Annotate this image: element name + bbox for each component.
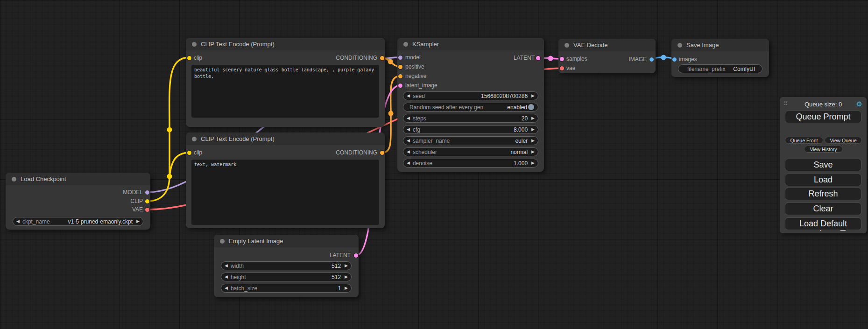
widget-label: seed (413, 93, 425, 99)
increment-arrow-icon[interactable]: ▶ (531, 159, 535, 167)
reroute-dot[interactable] (661, 55, 666, 60)
clip-input-dot[interactable] (187, 56, 191, 60)
image-output-dot[interactable] (649, 57, 654, 62)
load-default-button[interactable]: Load Default (785, 217, 861, 230)
toggle-enabled-icon[interactable] (528, 104, 534, 110)
increment-arrow-icon[interactable]: ▶ (136, 217, 140, 225)
collapse-dot-icon[interactable] (12, 177, 16, 182)
clip-input-dot[interactable] (187, 151, 191, 155)
collapse-dot-icon[interactable] (192, 137, 197, 141)
latent-output-dot[interactable] (354, 253, 358, 258)
latent-image-input-dot[interactable] (398, 84, 402, 88)
decrement-arrow-icon[interactable]: ◀ (225, 273, 228, 281)
increment-arrow-icon[interactable]: ▶ (531, 126, 535, 133)
increment-arrow-icon[interactable]: ▶ (345, 273, 348, 281)
view-queue-button[interactable]: View Queue (825, 137, 862, 144)
node-graph-canvas[interactable]: Load Checkpoint MODEL CLIP VAE ◀ ckpt_na… (0, 0, 868, 329)
positive-input-dot[interactable] (398, 65, 402, 69)
decrement-arrow-icon[interactable]: ◀ (225, 262, 228, 270)
node-header[interactable]: Save Image (671, 39, 769, 51)
conditioning-output-dot[interactable] (380, 56, 384, 60)
decrement-arrow-icon[interactable]: ◀ (225, 284, 228, 292)
reroute-dot[interactable] (388, 111, 394, 116)
decrement-arrow-icon[interactable]: ◀ (407, 137, 410, 145)
output-label: MODEL (123, 189, 143, 196)
reroute-dot[interactable] (167, 174, 172, 179)
filename-prefix-widget[interactable]: filename_prefix ComfyUI (678, 64, 762, 73)
batch-size-widget[interactable]: ◀ batch_size 1 ▶ (221, 284, 352, 293)
negative-input-dot[interactable] (398, 74, 402, 78)
widget-label: height (231, 274, 246, 280)
increment-arrow-icon[interactable]: ▶ (531, 137, 535, 145)
increment-arrow-icon[interactable]: ▶ (345, 284, 348, 292)
decrement-arrow-icon[interactable]: ◀ (407, 159, 410, 167)
output-label: CONDITIONING (336, 55, 377, 61)
decrement-arrow-icon[interactable]: ◀ (407, 148, 410, 156)
increment-arrow-icon[interactable]: ▶ (531, 148, 535, 156)
sampler-name-widget[interactable]: ◀ sampler_name euler ▶ (403, 136, 538, 145)
widget-label: steps (413, 115, 426, 122)
save-button[interactable]: Save (785, 159, 861, 171)
output-label: LATENT (330, 252, 351, 259)
ckpt-name-widget[interactable]: ◀ ckpt_name v1-5-pruned-emaonly.ckpt ▶ (13, 217, 143, 226)
reroute-dot[interactable] (388, 59, 393, 64)
input-label: negative (405, 73, 426, 79)
decrement-arrow-icon[interactable]: ◀ (407, 126, 410, 133)
model-output-dot[interactable] (145, 190, 149, 195)
widget-label: width (231, 263, 244, 269)
input-label: clip (194, 149, 202, 156)
node-header[interactable]: KSampler (397, 38, 544, 50)
steps-widget[interactable]: ◀ steps 20 ▶ (403, 114, 538, 123)
widget-value: 1.000 (514, 160, 528, 167)
vae-output-dot[interactable] (145, 208, 149, 212)
widget-value: 1 (338, 285, 341, 292)
reroute-dot[interactable] (167, 127, 172, 133)
seed-widget[interactable]: ◀ seed 156680208700286 ▶ (403, 91, 538, 100)
widget-value: v1-5-pruned-emaonly.ckpt (68, 218, 133, 225)
scheduler-widget[interactable]: ◀ scheduler normal ▶ (403, 147, 538, 156)
node-header[interactable]: VAE Decode (558, 39, 656, 51)
collapse-dot-icon[interactable] (220, 239, 225, 244)
images-input-dot[interactable] (672, 57, 677, 62)
conditioning-output-dot[interactable] (380, 151, 384, 155)
height-widget[interactable]: ◀ height 512 ▶ (221, 273, 352, 281)
vae-input-dot[interactable] (560, 66, 564, 70)
queue-prompt-button[interactable]: Queue Prompt (785, 111, 861, 123)
load-button[interactable]: Load (785, 174, 861, 186)
positive-prompt-textarea[interactable]: beautiful scenery nature glass bottle la… (191, 65, 379, 118)
queue-front-button[interactable]: Queue Front (785, 137, 823, 144)
latent-output-dot[interactable] (536, 56, 540, 60)
node-header[interactable]: Empty Latent Image (214, 235, 359, 247)
increment-arrow-icon[interactable]: ▶ (345, 262, 348, 270)
clear-button[interactable]: Clear (785, 203, 861, 215)
samples-input-dot[interactable] (560, 57, 564, 61)
view-history-button[interactable]: View History (804, 146, 843, 153)
random-seed-toggle-widget[interactable]: Random seed after every gen enabled (403, 103, 538, 112)
collapse-dot-icon[interactable] (565, 43, 569, 48)
node-title: CLIP Text Encode (Prompt) (201, 41, 275, 48)
decrement-arrow-icon[interactable]: ◀ (16, 217, 20, 225)
decrement-arrow-icon[interactable]: ◀ (407, 92, 410, 100)
decrement-arrow-icon[interactable]: ◀ (407, 114, 410, 122)
output-label: IMAGE (628, 56, 647, 63)
width-widget[interactable]: ◀ width 512 ▶ (221, 261, 352, 270)
negative-prompt-textarea[interactable]: text, watermark (191, 160, 379, 225)
reroute-dot[interactable] (548, 56, 553, 61)
collapse-dot-icon[interactable] (192, 42, 197, 47)
gear-icon[interactable]: ⚙ (856, 100, 862, 108)
widget-value: 8.000 (514, 126, 528, 133)
collapse-dot-icon[interactable] (677, 43, 682, 48)
model-input-dot[interactable] (398, 56, 402, 60)
denoise-widget[interactable]: ◀ denoise 1.000 ▶ (403, 159, 538, 168)
node-header[interactable]: CLIP Text Encode (Prompt) (186, 133, 385, 145)
widget-label: Random seed after every gen (409, 104, 483, 111)
collapse-dot-icon[interactable] (403, 42, 408, 47)
node-header[interactable]: CLIP Text Encode (Prompt) (186, 38, 385, 50)
node-header[interactable]: Load Checkpoint (6, 173, 150, 185)
queue-menu-panel: ⠿ Queue size: 0 ⚙ Queue Prompt Extra opt… (780, 97, 867, 233)
refresh-button[interactable]: Refresh (785, 188, 861, 200)
increment-arrow-icon[interactable]: ▶ (531, 114, 535, 122)
increment-arrow-icon[interactable]: ▶ (531, 92, 535, 100)
clip-output-dot[interactable] (145, 199, 149, 203)
cfg-widget[interactable]: ◀ cfg 8.000 ▶ (403, 125, 538, 134)
